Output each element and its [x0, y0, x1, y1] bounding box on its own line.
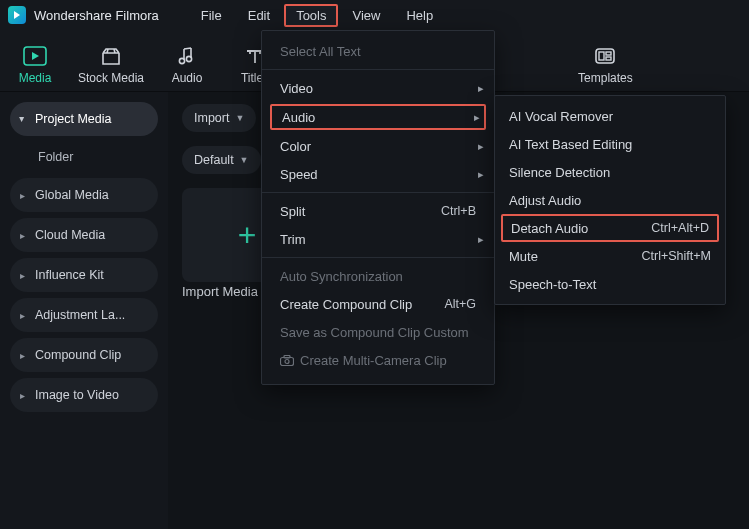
- submenu-item-adjust-audio[interactable]: Adjust Audio: [495, 186, 725, 214]
- menu-item-color[interactable]: Color: [262, 132, 494, 160]
- menu-item-speed[interactable]: Speed: [262, 160, 494, 188]
- menubar: File Edit Tools View Help: [189, 4, 445, 27]
- submenu-item-speech-to-text[interactable]: Speech-to-Text: [495, 270, 725, 298]
- titlebar: Wondershare Filmora File Edit Tools View…: [0, 0, 749, 30]
- sidebar-item-folder[interactable]: Folder: [10, 142, 158, 172]
- stock-icon: [99, 45, 123, 67]
- sidebar-item-label: Compound Clip: [35, 348, 121, 362]
- menu-separator: [262, 257, 494, 258]
- chevron-right-icon: ▸: [20, 390, 25, 401]
- sidebar-item-label: Image to Video: [35, 388, 119, 402]
- menu-item-multi-camera: Create Multi-Camera Clip: [262, 346, 494, 374]
- svg-rect-7: [281, 357, 294, 365]
- menu-separator: [262, 69, 494, 70]
- app-title: Wondershare Filmora: [34, 8, 159, 23]
- submenu-item-detach-audio[interactable]: Detach AudioCtrl+Alt+D: [501, 214, 719, 242]
- ribbon-templates[interactable]: Templates: [578, 45, 633, 85]
- chevron-down-icon: ▸: [17, 117, 28, 122]
- menu-item-select-all-text: Select All Text: [262, 37, 494, 65]
- menu-file[interactable]: File: [189, 4, 234, 27]
- sidebar-item-influence-kit[interactable]: ▸Influence Kit: [10, 258, 158, 292]
- svg-point-2: [186, 56, 191, 61]
- chevron-down-icon: ▼: [240, 155, 249, 165]
- sidebar-item-cloud-media[interactable]: ▸Cloud Media: [10, 218, 158, 252]
- menu-tools[interactable]: Tools: [284, 4, 338, 27]
- tools-dropdown: Select All Text Video Audio Color Speed …: [261, 30, 495, 385]
- shortcut-label: Ctrl+B: [441, 204, 476, 218]
- ribbon-audio[interactable]: Audio: [162, 45, 212, 85]
- app-logo-icon: [8, 6, 26, 24]
- chevron-right-icon: ▸: [20, 350, 25, 361]
- menu-item-save-compound: Save as Compound Clip Custom: [262, 318, 494, 346]
- sidebar-item-label: Influence Kit: [35, 268, 104, 282]
- menu-help[interactable]: Help: [394, 4, 445, 27]
- menu-view[interactable]: View: [340, 4, 392, 27]
- chevron-right-icon: ▸: [20, 230, 25, 241]
- shortcut-label: Ctrl+Alt+D: [651, 221, 709, 235]
- menu-item-split[interactable]: SplitCtrl+B: [262, 197, 494, 225]
- submenu-item-text-editing[interactable]: AI Text Based Editing: [495, 130, 725, 158]
- svg-rect-9: [284, 355, 290, 358]
- ribbon-stock-media[interactable]: Stock Media: [78, 45, 144, 85]
- ribbon-media[interactable]: Media: [10, 45, 60, 85]
- import-dropdown[interactable]: Import▼: [182, 104, 256, 132]
- sidebar-item-label: Cloud Media: [35, 228, 105, 242]
- camera-icon: [280, 354, 294, 366]
- menu-item-audio[interactable]: Audio: [270, 104, 486, 130]
- default-dropdown[interactable]: Default▼: [182, 146, 261, 174]
- menu-item-create-compound[interactable]: Create Compound ClipAlt+G: [262, 290, 494, 318]
- plus-icon: +: [238, 217, 257, 254]
- chevron-right-icon: ▸: [20, 270, 25, 281]
- sidebar: ▸Project Media Folder ▸Global Media ▸Clo…: [0, 92, 168, 529]
- sidebar-item-label: Project Media: [35, 112, 111, 126]
- svg-rect-5: [606, 52, 611, 55]
- chevron-right-icon: ▸: [20, 190, 25, 201]
- sidebar-item-image-to-video[interactable]: ▸Image to Video: [10, 378, 158, 412]
- chevron-down-icon: ▼: [235, 113, 244, 123]
- sidebar-item-project-media[interactable]: ▸Project Media: [10, 102, 158, 136]
- sidebar-item-label: Adjustment La...: [35, 308, 125, 322]
- svg-point-8: [285, 359, 289, 363]
- submenu-item-silence-detection[interactable]: Silence Detection: [495, 158, 725, 186]
- shortcut-label: Ctrl+Shift+M: [642, 249, 711, 263]
- submenu-item-mute[interactable]: MuteCtrl+Shift+M: [495, 242, 725, 270]
- default-label: Default: [194, 153, 234, 167]
- chevron-right-icon: ▸: [20, 310, 25, 321]
- menu-separator: [262, 192, 494, 193]
- svg-rect-6: [606, 57, 611, 60]
- menu-item-auto-sync: Auto Synchronization: [262, 262, 494, 290]
- media-icon: [23, 45, 47, 67]
- import-label: Import: [194, 111, 229, 125]
- sidebar-item-label: Folder: [38, 150, 73, 164]
- sidebar-item-global-media[interactable]: ▸Global Media: [10, 178, 158, 212]
- svg-rect-4: [599, 52, 604, 60]
- audio-icon: [175, 45, 199, 67]
- sidebar-item-compound-clip[interactable]: ▸Compound Clip: [10, 338, 158, 372]
- shortcut-label: Alt+G: [444, 297, 476, 311]
- menu-item-video[interactable]: Video: [262, 74, 494, 102]
- templates-icon: [593, 45, 617, 67]
- audio-submenu: AI Vocal Remover AI Text Based Editing S…: [494, 95, 726, 305]
- menu-item-trim[interactable]: Trim: [262, 225, 494, 253]
- sidebar-item-label: Global Media: [35, 188, 109, 202]
- sidebar-item-adjustment-layer[interactable]: ▸Adjustment La...: [10, 298, 158, 332]
- svg-point-1: [179, 58, 184, 63]
- menu-edit[interactable]: Edit: [236, 4, 282, 27]
- submenu-item-vocal-remover[interactable]: AI Vocal Remover: [495, 102, 725, 130]
